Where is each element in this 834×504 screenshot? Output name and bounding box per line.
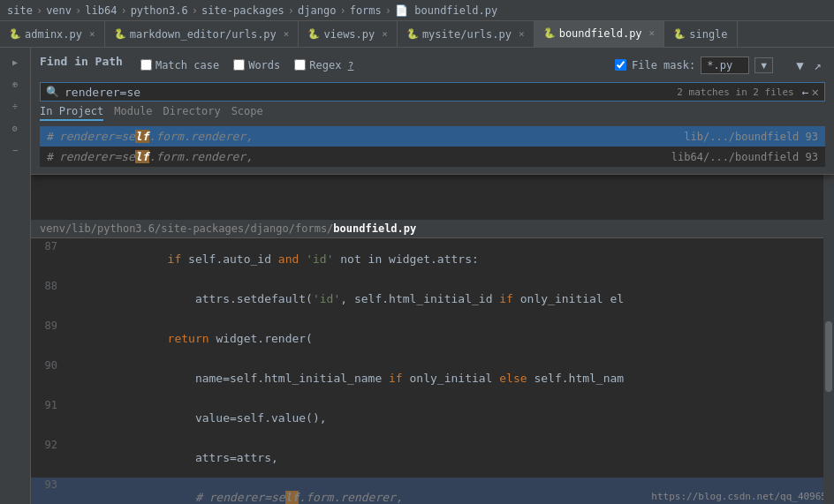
find-action-icons: ▼ ↗ (792, 56, 825, 74)
sidebar-item-add[interactable]: ⊕ (3, 74, 27, 94)
breadcrumb-item-forms[interactable]: forms (350, 4, 382, 17)
tab-views[interactable]: 🐍 views.py × (299, 21, 397, 48)
result-hash-2: # (47, 150, 54, 163)
results-list: # renderer=self.form.renderer, lib/.../b… (40, 126, 825, 167)
tab-close-markdown[interactable]: × (284, 28, 290, 40)
prev-match-button[interactable]: ← (800, 86, 812, 99)
python-icon-6: 🐍 (673, 28, 686, 40)
search-row: 🔍 2 matches in 2 files ← ✕ (40, 82, 825, 102)
sidebar-item-run[interactable]: ▶ (3, 52, 27, 71)
search-icon: 🔍 (46, 86, 59, 98)
sidebar: ▶ ⊕ ÷ ⚙ − (0, 48, 31, 504)
code-line-89: 89 return widget.render( (31, 319, 823, 358)
code-line-87: 87 if self.auto_id and 'id' not in widge… (31, 239, 823, 279)
tab-adminx[interactable]: 🐍 adminx.py × (0, 21, 105, 48)
file-path-header: venv/lib/python3.6/site-packages/django/… (31, 220, 834, 238)
code-line-88: 88 attrs.setdefault('id', self.html_init… (31, 279, 823, 319)
words-checkbox[interactable]: Words (233, 59, 280, 71)
scope-tabs: In Project Module Directory Scope (40, 105, 825, 121)
scope-tab-scope[interactable]: Scope (231, 105, 263, 121)
find-in-path-title: Find in Path (40, 55, 123, 68)
file-mask-input[interactable] (701, 56, 749, 74)
expand-icon[interactable]: ↗ (811, 56, 825, 74)
tab-boundfield[interactable]: 🐍 boundfield.py × (535, 21, 665, 48)
breadcrumb-item-python36[interactable]: python3.6 (131, 4, 188, 17)
python-icon: 🐍 (9, 28, 21, 40)
file-mask-label: File mask: (632, 59, 695, 71)
file-mask-dropdown-button[interactable]: ▼ (754, 57, 773, 73)
regex-input[interactable] (294, 59, 306, 71)
search-matches: 2 matches in 2 files (677, 87, 793, 98)
file-mask-checkbox[interactable] (615, 59, 626, 71)
result-row[interactable]: # renderer=self.form.renderer, lib64/...… (40, 147, 825, 167)
tab-single[interactable]: 🐍 single (664, 21, 737, 48)
scope-tab-module[interactable]: Module (114, 105, 152, 121)
tab-mysite-urls[interactable]: 🐍 mysite/urls.py × (398, 21, 535, 48)
breadcrumb-item-boundfield[interactable]: 📄 boundfield.py (395, 4, 497, 17)
breadcrumb-item-django[interactable]: django (298, 4, 336, 17)
result-location-1: lib/.../boundfield 93 (684, 131, 818, 143)
match-case-input[interactable] (140, 59, 152, 71)
match-case-checkbox[interactable]: Match case (140, 59, 219, 71)
python-icon-3: 🐍 (307, 28, 320, 40)
python-icon-4: 🐍 (406, 28, 419, 40)
clear-search-button[interactable]: ✕ (812, 85, 819, 99)
scope-tab-in-project[interactable]: In Project (40, 105, 103, 121)
code-line-91: 91 value=self.value(), (31, 398, 823, 438)
breadcrumb-item-venv[interactable]: venv (46, 4, 72, 17)
result-code-1: renderer=self.form.renderer, (59, 130, 675, 143)
main-layout: ▶ ⊕ ÷ ⚙ − Find in Path Match case Words (0, 48, 834, 504)
content-area: Find in Path Match case Words Regex ? (31, 48, 834, 504)
sidebar-item-divide[interactable]: ÷ (3, 96, 27, 116)
code-view: 87 if self.auto_id and 'id' not in widge… (31, 239, 823, 504)
tab-close-boundfield[interactable]: × (649, 27, 656, 39)
regex-checkbox[interactable]: Regex ? (294, 59, 353, 71)
result-code-2: renderer=self.form.renderer, (59, 150, 663, 163)
scrollbar-thumb[interactable] (825, 321, 832, 392)
find-in-path-panel: Find in Path Match case Words Regex ? (31, 48, 834, 175)
scope-tab-directory[interactable]: Directory (163, 105, 221, 121)
words-label: Words (248, 59, 280, 71)
python-icon-5: 🐍 (543, 27, 556, 39)
breadcrumb-item-site-packages[interactable]: site-packages (201, 4, 284, 17)
match-case-label: Match case (155, 59, 219, 71)
tab-close-mysite[interactable]: × (519, 28, 525, 40)
regex-label: Regex ? (309, 59, 353, 71)
result-location-2: lib64/.../boundfield 93 (671, 151, 818, 163)
tab-close-adminx[interactable]: × (89, 28, 95, 40)
tab-markdown-urls[interactable]: 🐍 markdown_editor/urls.py × (105, 21, 299, 48)
python-icon-2: 🐍 (114, 28, 126, 40)
tab-bar: 🐍 adminx.py × 🐍 markdown_editor/urls.py … (0, 21, 834, 48)
filter-icon[interactable]: ▼ (792, 56, 807, 74)
file-mask-group: File mask: ▼ (615, 56, 773, 74)
code-line-90: 90 name=self.html_initial_name if only_i… (31, 358, 823, 398)
code-line-92: 92 attrs=attrs, (31, 438, 823, 478)
search-input[interactable] (64, 86, 671, 99)
words-input[interactable] (233, 59, 245, 71)
result-hash-1: # (47, 130, 54, 143)
breadcrumb-item-lib64[interactable]: lib64 (85, 4, 117, 17)
breadcrumb-item-site[interactable]: site (7, 4, 33, 17)
sidebar-item-minus[interactable]: − (3, 140, 27, 160)
file-name-bold: boundfield.py (333, 222, 416, 235)
result-row[interactable]: # renderer=self.form.renderer, lib/.../b… (40, 126, 825, 147)
tab-close-views[interactable]: × (382, 28, 388, 40)
bottom-status: https://blog.csdn.net/qq_40965 (644, 489, 834, 504)
sidebar-item-settings[interactable]: ⚙ (3, 118, 27, 138)
breadcrumb: site › venv › lib64 › python3.6 › site-p… (0, 0, 834, 21)
